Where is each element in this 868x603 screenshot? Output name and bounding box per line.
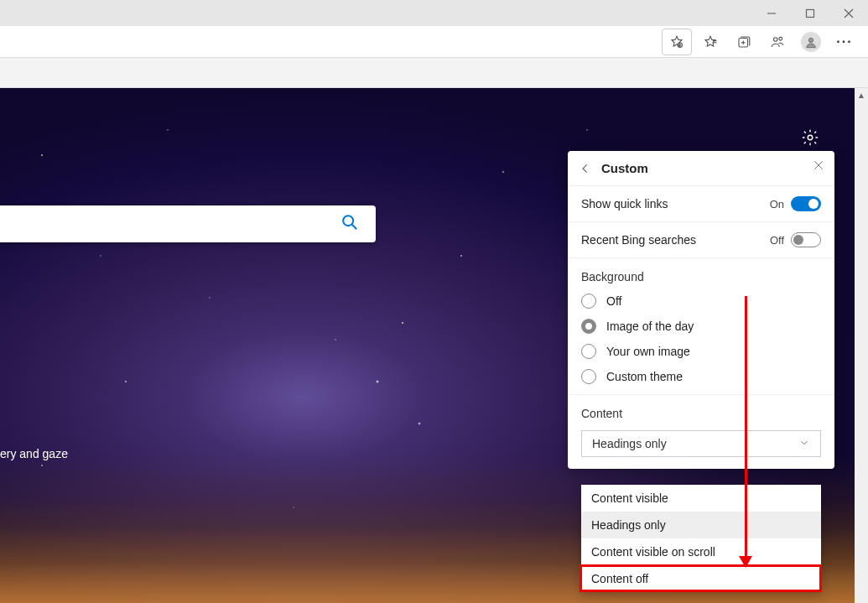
scroll-up-button[interactable]: ▲ [855,88,868,101]
new-tab-page: ▲ ery and gaze Custom Show quick links O… [0,88,868,603]
svg-point-14 [808,38,813,42]
svg-line-17 [352,225,357,230]
radio-icon [581,294,596,309]
bg-option-off-label: Off [606,294,621,308]
quick-links-toggle[interactable] [791,196,821,211]
panel-close-button[interactable] [813,159,824,174]
panel-title: Custom [601,161,648,175]
maximize-button[interactable] [795,2,825,25]
content-dropdown-list: Content visible Headings only Content vi… [581,485,821,592]
bg-option-image-of-day[interactable]: Image of the day [568,314,834,339]
radio-selected-icon [581,319,596,334]
radio-icon [581,344,596,359]
favorite-this-page-button[interactable] [662,29,692,55]
content-option-visible[interactable]: Content visible [581,485,821,512]
tab-strip [0,58,868,88]
panel-header: Custom [568,151,834,186]
collections-button[interactable] [729,29,759,55]
content-option-scroll[interactable]: Content visible on scroll [581,538,821,565]
svg-point-12 [774,37,778,41]
panel-back-button[interactable] [580,163,595,174]
search-icon [340,213,359,235]
quick-links-label: Show quick links [581,197,668,211]
quick-links-state: On [770,198,784,211]
svg-point-13 [779,37,782,40]
bing-searches-state: Off [770,234,784,247]
people-button[interactable] [762,29,793,55]
background-caption: ery and gaze [0,447,68,460]
favorites-button[interactable] [695,29,725,55]
bg-option-custom-theme-label: Custom theme [606,370,683,383]
bg-option-own-image-label: Your own image [606,345,690,358]
content-section-label: Content [568,395,834,425]
close-window-button[interactable] [834,2,864,25]
page-settings-button[interactable] [798,126,822,149]
bing-searches-row: Recent Bing searches Off [568,222,834,258]
profile-button[interactable] [796,29,826,55]
bg-option-image-day-label: Image of the day [606,320,694,333]
content-option-off[interactable]: Content off [581,565,821,592]
page-settings-panel: Custom Show quick links On Recent Bing s… [568,151,834,469]
window-titlebar [0,0,868,26]
bg-option-custom-theme[interactable]: Custom theme [568,364,834,395]
quick-links-row: Show quick links On [568,186,834,222]
svg-point-16 [343,216,353,226]
browser-toolbar: ··· [0,26,868,58]
annotation-arrow-head [739,556,752,568]
radio-icon [581,369,596,384]
content-option-headings[interactable]: Headings only [581,512,821,538]
minimize-button[interactable] [756,2,787,25]
background-section-label: Background [568,258,834,289]
content-dropdown-value: Headings only [592,437,667,450]
annotation-arrow-line [745,296,747,558]
search-box[interactable] [0,205,376,242]
content-dropdown[interactable]: Headings only [581,430,821,457]
vertical-scrollbar[interactable]: ▲ [855,88,868,603]
svg-rect-1 [807,9,814,17]
bg-option-off[interactable]: Off [568,289,834,314]
menu-dots-icon: ··· [836,34,852,49]
bing-searches-toggle[interactable] [791,232,821,247]
bg-option-own-image[interactable]: Your own image [568,339,834,364]
svg-point-15 [808,135,813,140]
bing-searches-label: Recent Bing searches [581,233,696,247]
menu-button[interactable]: ··· [829,29,860,55]
chevron-down-icon [798,437,810,451]
